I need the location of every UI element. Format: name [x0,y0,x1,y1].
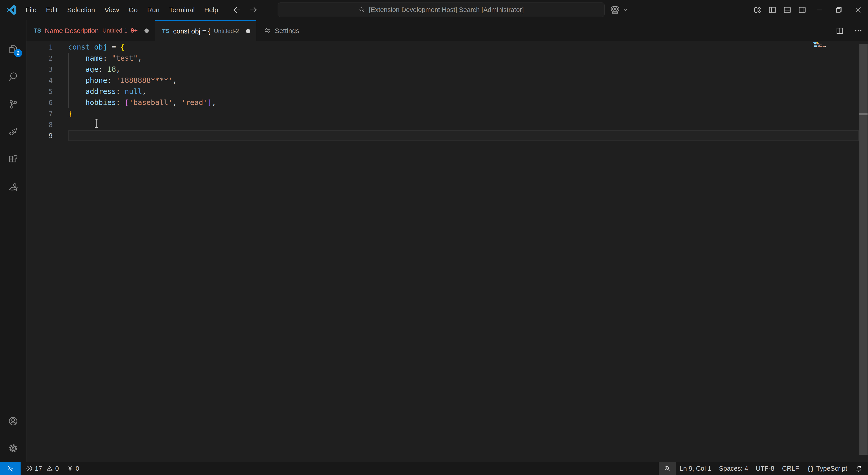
ports-status[interactable]: 0 [63,462,83,475]
minimap-lines [813,42,859,49]
toggle-primary-sidebar-icon[interactable] [765,0,780,20]
settings-gear-icon[interactable] [8,443,19,454]
extensions-icon[interactable] [8,154,19,165]
toggle-secondary-sidebar-icon[interactable] [795,0,810,20]
source-control-icon[interactable] [8,99,19,110]
zoom-status[interactable] [659,462,676,475]
code-lines: const obj = { name: "test", age: 18, pho… [68,41,216,141]
indentation-text: Spaces: 4 [719,465,748,472]
typescript-file-icon: TS [162,28,169,35]
menu-help[interactable]: Help [199,0,223,20]
line-number[interactable]: 7 [26,108,53,119]
code-line[interactable] [68,119,216,130]
bell-icon [855,465,862,472]
tab-label: Name Description [45,27,98,35]
history-nav [232,5,258,15]
restore-button[interactable] [829,0,848,20]
split-editor-icon[interactable] [835,27,844,35]
menu-view[interactable]: View [100,0,124,20]
warning-icon [46,465,53,472]
tab-label: const obj = { [173,27,210,35]
gutter: 123456789 [26,41,53,141]
encoding-text: UTF-8 [756,465,774,472]
line-number[interactable]: 8 [26,119,53,130]
status-bar: 17 0 0 [0,462,868,475]
code-line[interactable]: name: "test", [68,53,216,64]
tab-problems-badge: 9+ [131,27,138,34]
line-number[interactable]: 4 [26,75,53,86]
remote-indicator[interactable] [0,462,21,475]
ports-count: 0 [75,465,79,472]
remote-icon [6,465,14,473]
modified-dot-icon[interactable] [145,29,149,33]
menu-file[interactable]: File [21,0,41,20]
tab-settings[interactable]: Settings [256,20,305,41]
customize-layout-icon[interactable] [750,0,765,20]
notification-dot [859,466,861,468]
line-number[interactable]: 3 [26,64,53,75]
indentation-status[interactable]: Spaces: 4 [715,462,752,475]
notifications-status[interactable] [851,462,866,475]
line-number[interactable]: 6 [26,97,53,108]
braces-icon: {} [807,465,814,472]
explorer-badge: 2 [14,49,22,57]
more-actions-icon[interactable] [854,27,863,35]
tab-untitled-1[interactable]: TS Name Description Untitled-1 9+ [26,20,155,41]
title-bar: File Edit Selection View Go Run Terminal… [0,0,868,20]
command-center-search[interactable]: [Extension Development Host] Search [Adm… [278,2,604,17]
encoding-status[interactable]: UTF-8 [752,462,778,475]
copilot-menu[interactable] [610,0,628,20]
menu-edit[interactable]: Edit [41,0,62,20]
activity-bar: 2 [0,20,26,462]
code-line[interactable]: phone: '1888888****', [68,75,216,86]
menu-selection[interactable]: Selection [62,0,100,20]
cursor-position-status[interactable]: Ln 9, Col 1 [676,462,715,475]
close-button[interactable] [848,0,868,20]
line-number[interactable]: 9 [26,130,53,141]
eol-status[interactable]: CRLF [778,462,803,475]
menu-bar: File Edit Selection View Go Run Terminal… [21,0,223,20]
explorer-icon[interactable]: 2 [8,43,19,55]
menu-go[interactable]: Go [124,0,143,20]
code-line[interactable]: const obj = { [68,41,216,53]
mouse-ibeam-cursor [93,118,99,128]
editor-scrollbar[interactable] [860,44,868,455]
editor-tabs: TS Name Description Untitled-1 9+ TS con… [26,20,868,41]
menu-run[interactable]: Run [143,0,164,20]
radio-tower-icon [66,465,73,472]
error-icon [26,465,33,472]
vscode-window: File Edit Selection View Go Run Terminal… [0,0,868,475]
search-view-icon[interactable] [8,71,19,82]
minimize-button[interactable] [810,0,829,20]
search-placeholder: [Extension Development Host] Search [Adm… [369,6,524,13]
accounts-icon[interactable] [8,416,19,426]
go-back-icon[interactable] [232,5,242,15]
cursor-position-text: Ln 9, Col 1 [680,465,711,472]
search-icon [359,6,365,13]
code-line[interactable]: age: 18, [68,64,216,75]
line-number[interactable]: 1 [26,41,53,53]
code-editor[interactable]: 123456789 const obj = { name: "test", ag… [26,41,868,462]
menu-terminal[interactable]: Terminal [164,0,199,20]
code-line[interactable]: hobbies: ['baseball', 'read'], [68,97,216,108]
code-line[interactable]: address: null, [68,86,216,97]
language-status[interactable]: {} TypeScript [803,462,851,475]
modified-dot-icon[interactable] [246,29,250,33]
line-number[interactable]: 5 [26,86,53,97]
go-forward-icon[interactable] [248,5,258,15]
eol-text: CRLF [782,465,799,472]
custom-extension-icon[interactable] [8,182,19,192]
tab-description: Untitled-1 [102,27,127,34]
tab-untitled-2[interactable]: TS const obj = { Untitled-2 [155,20,256,41]
line-number[interactable]: 2 [26,53,53,64]
error-count: 17 [35,465,42,472]
copilot-icon [610,5,620,15]
tab-label: Settings [275,27,299,35]
run-debug-icon[interactable] [8,126,19,137]
problems-status[interactable]: 17 0 [22,462,63,475]
code-line[interactable]: } [68,108,216,119]
titlebar-right-controls [750,0,868,20]
code-line[interactable] [68,130,216,141]
minimap[interactable] [806,42,859,49]
toggle-panel-icon[interactable] [780,0,795,20]
